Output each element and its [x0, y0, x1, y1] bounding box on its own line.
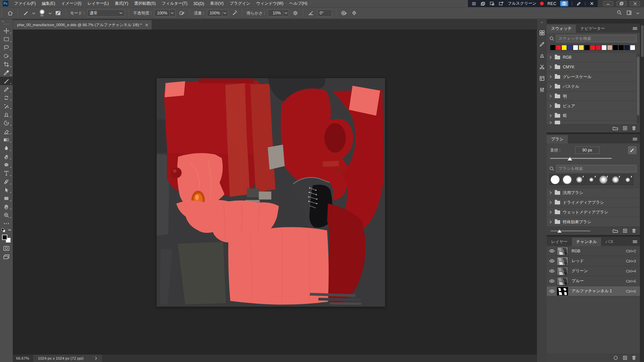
pressure-opacity-icon[interactable] [178, 9, 185, 17]
preset-chevron-icon[interactable] [32, 11, 35, 15]
zoom-tool[interactable] [0, 211, 13, 219]
brush-settings-button[interactable] [628, 146, 637, 154]
grip-handle[interactable] [1, 9, 3, 17]
visibility-eye-icon[interactable] [547, 279, 557, 283]
dock-libraries-icon[interactable] [537, 73, 547, 84]
annotate-pencil-icon[interactable] [576, 1, 581, 6]
foreground-color-chip[interactable] [2, 235, 7, 240]
canvas-pasteboard[interactable] [13, 29, 537, 355]
channel-thumbnail[interactable] [557, 257, 568, 265]
channel-row-blue[interactable]: ブルー Ctrl+5 [547, 276, 640, 286]
tab-layers[interactable]: レイヤー [547, 238, 572, 246]
new-swatch-icon[interactable] [623, 126, 627, 131]
channel-thumbnail[interactable] [557, 277, 568, 286]
diameter-slider[interactable] [550, 156, 635, 162]
brush-tool-preset-icon[interactable] [22, 9, 30, 17]
brush-preset[interactable] [586, 174, 597, 185]
swatch-list-scrollbar[interactable] [637, 53, 640, 124]
tab-channels[interactable]: チャンネル [572, 238, 601, 246]
swatch-chip[interactable] [590, 45, 595, 50]
zoom-level-field[interactable]: 66.67% [13, 356, 33, 360]
swap-colors-icon[interactable] [7, 228, 11, 233]
swatch-group-pure[interactable]: ピュア [547, 101, 640, 111]
default-colors-icon[interactable] [1, 228, 5, 233]
dock-color-grid-icon[interactable] [537, 27, 547, 39]
swatch-group-cmyk[interactable]: CMYK [547, 62, 640, 72]
crop-tool[interactable] [0, 60, 13, 68]
airbrush-icon[interactable] [231, 9, 238, 17]
foreground-background-colors[interactable] [2, 235, 11, 243]
hamburger-icon[interactable] [471, 1, 477, 6]
dodge-tool[interactable] [0, 161, 13, 169]
swatch-group-light[interactable]: 明 [547, 92, 640, 101]
swatch-chip[interactable] [550, 45, 555, 50]
smoothing-field[interactable]: 10% [268, 9, 283, 17]
new-brush-icon[interactable] [623, 229, 627, 234]
delete-icon[interactable] [632, 229, 636, 234]
channel-row-red[interactable]: レッド Ctrl+3 [547, 256, 640, 266]
marquee-tool[interactable] [0, 35, 13, 43]
swatch-chip[interactable] [556, 45, 561, 50]
pressure-size-icon[interactable] [340, 9, 348, 17]
new-group-icon[interactable] [612, 126, 618, 131]
scrollbar-thumb[interactable] [641, 25, 644, 57]
menu-select[interactable]: 選択範囲(S) [131, 0, 159, 7]
swatch-group-partial[interactable] [547, 121, 640, 124]
close-button[interactable] [630, 1, 640, 6]
toolbar-expand-icon[interactable]: » [0, 19, 13, 24]
slider-thumb[interactable] [568, 157, 572, 161]
swatch-chip[interactable] [619, 45, 624, 50]
panel-menu-icon[interactable] [633, 26, 640, 33]
brush-preview[interactable]: 90 [38, 9, 46, 17]
brush-tool[interactable] [0, 77, 13, 85]
object-selection-tool[interactable] [0, 52, 13, 60]
menu-window[interactable]: ウィンドウ(W) [253, 0, 286, 7]
swatch-chip[interactable] [573, 45, 578, 50]
swatch-group-rgb[interactable]: RGB [547, 53, 640, 62]
brush-group-special-effects[interactable]: 特殊効果ブラシ [547, 217, 640, 227]
menu-help[interactable]: ヘルプ(H) [286, 0, 311, 7]
color-replacement-tool[interactable] [0, 94, 13, 102]
swatch-chip[interactable] [596, 45, 601, 50]
search-icon[interactable] [617, 10, 622, 16]
smoothing-chevron-icon[interactable] [283, 9, 289, 17]
swatch-group-grayscale[interactable]: グレースケール [547, 72, 640, 82]
hand-tool[interactable] [0, 202, 13, 211]
home-icon[interactable] [6, 9, 14, 17]
scrollbar-thumb[interactable] [637, 57, 639, 115]
resize-capture-icon[interactable] [498, 1, 504, 6]
swatch-group-dark[interactable]: 暗 [547, 111, 640, 121]
pen-tool[interactable] [0, 177, 13, 186]
type-tool[interactable] [0, 169, 13, 177]
diameter-input[interactable] [575, 146, 599, 154]
collapse-dock-icon[interactable]: « [541, 20, 543, 25]
swatch-chip[interactable] [584, 45, 590, 50]
preview-size-slider[interactable] [551, 229, 590, 234]
delete-icon[interactable] [632, 126, 636, 131]
swatch-chip[interactable] [613, 45, 618, 50]
menu-filter[interactable]: フィルター(T) [159, 0, 190, 7]
opacity-field[interactable]: 100% [154, 9, 170, 17]
smudge-tool[interactable] [0, 152, 13, 161]
toggle-brush-settings-icon[interactable] [54, 9, 62, 17]
swatch-chip[interactable] [601, 45, 607, 50]
dock-brush-settings-icon[interactable] [537, 39, 547, 50]
status-chevron-icon[interactable] [95, 357, 97, 360]
menu-image[interactable]: イメージ(I) [58, 0, 84, 7]
menu-type[interactable]: 書式(Y) [112, 0, 131, 7]
brush-preset[interactable] [549, 174, 561, 185]
panel-menu-icon[interactable] [633, 240, 640, 246]
channel-thumbnail[interactable] [557, 267, 568, 276]
flow-chevron-icon[interactable] [222, 9, 228, 17]
restore-button[interactable] [616, 1, 627, 6]
minimize-button[interactable] [603, 1, 613, 6]
delete-icon[interactable] [632, 356, 636, 361]
new-channel-icon[interactable] [623, 356, 627, 361]
blend-mode-select[interactable]: 通常 [87, 9, 125, 17]
document-tab[interactable]: phw_00_manufacture_0006_e.dds @ 66.7% (ア… [13, 20, 152, 29]
channel-row-green[interactable]: グリーン Ctrl+4 [547, 266, 640, 276]
visibility-eye-icon[interactable] [547, 249, 557, 253]
fullscreen-mode-label[interactable]: フルスクリーン [507, 1, 536, 6]
menu-layer[interactable]: レイヤー(L) [85, 0, 112, 7]
swatch-chip[interactable] [607, 45, 612, 50]
